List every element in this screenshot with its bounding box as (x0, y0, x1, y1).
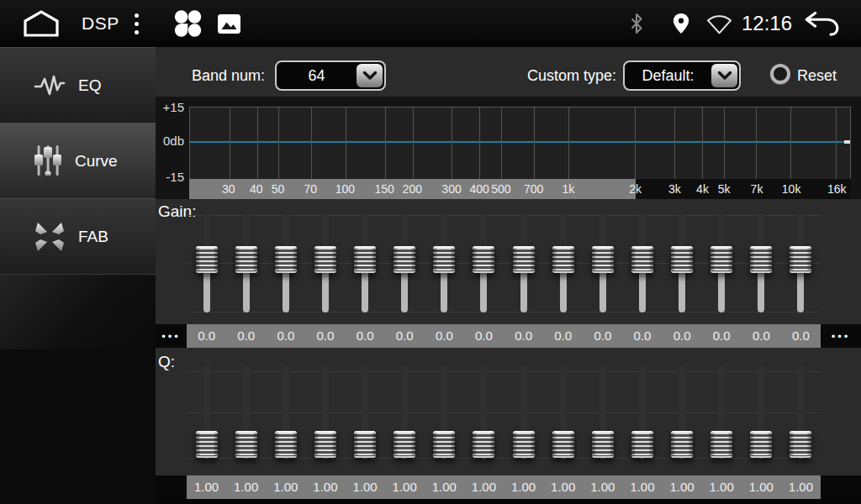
gallery-button[interactable] (218, 0, 240, 47)
gain-slider-thumb[interactable] (394, 246, 415, 273)
q-slider-thumb[interactable] (790, 431, 811, 458)
q-slider-thumb[interactable] (671, 431, 693, 458)
q-slider[interactable] (504, 356, 543, 475)
location-pin-icon (672, 12, 690, 35)
gain-slider-thumb[interactable] (552, 246, 574, 273)
freq-tick-label: 2k (629, 179, 642, 199)
q-value: 1.00 (385, 475, 425, 499)
q-slider[interactable] (622, 356, 662, 475)
bluetooth-status (627, 0, 646, 47)
gain-slider[interactable] (781, 208, 821, 324)
gain-slider-thumb[interactable] (196, 246, 218, 273)
q-slider[interactable] (425, 356, 464, 475)
gain-slider-thumb[interactable] (354, 246, 376, 273)
gain-slider-thumb[interactable] (473, 246, 494, 273)
gain-value: 0.0 (266, 324, 305, 348)
gain-slider-thumb[interactable] (275, 246, 297, 273)
gain-slider-thumb[interactable] (750, 246, 772, 273)
gain-slider-thumb[interactable] (592, 246, 614, 273)
q-slider-thumb[interactable] (196, 431, 218, 458)
home-button[interactable] (22, 0, 61, 47)
gain-slider[interactable] (583, 208, 622, 324)
gain-slider[interactable] (425, 208, 464, 324)
q-slider[interactable] (385, 356, 425, 475)
q-slider-thumb[interactable] (592, 431, 614, 458)
gain-slider[interactable] (464, 208, 504, 324)
q-slider-thumb[interactable] (513, 431, 535, 458)
gain-slider[interactable] (346, 208, 385, 324)
curve-plot-area[interactable] (189, 107, 851, 179)
gain-value: 0.0 (622, 324, 662, 348)
reset-radio-button[interactable] (770, 64, 790, 84)
q-slider-thumb[interactable] (710, 431, 732, 458)
custom-type-dropdown-button[interactable] (711, 64, 737, 87)
q-slider[interactable] (742, 356, 781, 475)
q-slider[interactable] (226, 356, 266, 475)
q-slider-thumb[interactable] (631, 431, 653, 458)
gain-more-right-button[interactable]: ••• (821, 324, 861, 348)
freq-gridline (724, 108, 725, 179)
gain-slider-thumb[interactable] (513, 246, 535, 273)
q-slider[interactable] (187, 356, 226, 475)
apps-button[interactable] (172, 0, 203, 47)
gain-slider[interactable] (385, 208, 425, 324)
band-num-dropdown-button[interactable] (357, 64, 383, 87)
q-slider-thumb[interactable] (235, 431, 257, 458)
gain-slider[interactable] (266, 208, 305, 324)
q-slider-thumb[interactable] (394, 431, 415, 458)
q-slider[interactable] (305, 356, 345, 475)
gain-slider-thumb[interactable] (790, 246, 811, 273)
q-slider[interactable] (266, 356, 305, 475)
gain-slider-thumb[interactable] (671, 246, 693, 273)
q-slider[interactable] (543, 356, 583, 475)
gain-slider-thumb[interactable] (235, 246, 257, 273)
gain-more-left-button[interactable]: ••• (156, 324, 187, 348)
q-slider-thumb[interactable] (433, 431, 455, 458)
freq-tick-label: 70 (304, 179, 318, 199)
custom-type-dropdown[interactable]: Default: (623, 60, 741, 91)
q-slider-thumb[interactable] (552, 431, 574, 458)
q-slider-thumb[interactable] (275, 431, 297, 458)
curve-sliders-icon (34, 144, 62, 179)
wifi-icon (706, 13, 732, 34)
gain-slider[interactable] (702, 208, 742, 324)
q-slider[interactable] (663, 356, 702, 475)
freq-gridline (501, 108, 502, 179)
gain-slider[interactable] (226, 208, 266, 324)
band-num-dropdown[interactable]: 64 (275, 60, 386, 91)
freq-gridline (756, 108, 757, 179)
q-slider[interactable] (781, 356, 821, 475)
custom-type-value: Default: (625, 67, 711, 85)
gain-slider[interactable] (543, 208, 583, 324)
q-more-right-button[interactable] (821, 475, 861, 499)
custom-type-label: Custom type: (527, 67, 616, 85)
q-more-left-button[interactable] (156, 475, 187, 499)
gain-slider[interactable] (742, 208, 781, 324)
q-slider-thumb[interactable] (314, 431, 336, 458)
gain-slider[interactable] (663, 208, 702, 324)
q-slider[interactable] (583, 356, 622, 475)
overflow-menu-button[interactable] (135, 0, 139, 47)
gain-slider-thumb[interactable] (433, 246, 455, 273)
q-slider-thumb[interactable] (473, 431, 494, 458)
q-slider-thumb[interactable] (750, 431, 772, 458)
sidebar-item-fab[interactable]: FAB (0, 198, 156, 274)
band-num-label: Band num: (192, 67, 265, 85)
gain-slider-thumb[interactable] (631, 246, 653, 273)
gain-value: 0.0 (305, 324, 345, 348)
gain-value: 0.0 (385, 324, 425, 348)
gain-slider[interactable] (504, 208, 543, 324)
sidebar-item-eq[interactable]: EQ (0, 47, 156, 123)
q-slider[interactable] (702, 356, 742, 475)
gain-slider[interactable] (187, 208, 226, 324)
sidebar-item-curve[interactable]: Curve (0, 123, 156, 198)
freq-tick-label: 700 (524, 179, 543, 199)
gain-slider-thumb[interactable] (710, 246, 732, 273)
q-slider[interactable] (346, 356, 385, 475)
gain-slider[interactable] (622, 208, 662, 324)
gain-slider-thumb[interactable] (314, 246, 336, 273)
q-slider-thumb[interactable] (354, 431, 376, 458)
back-button[interactable] (803, 0, 840, 47)
q-slider[interactable] (464, 356, 504, 475)
gain-slider[interactable] (305, 208, 345, 324)
